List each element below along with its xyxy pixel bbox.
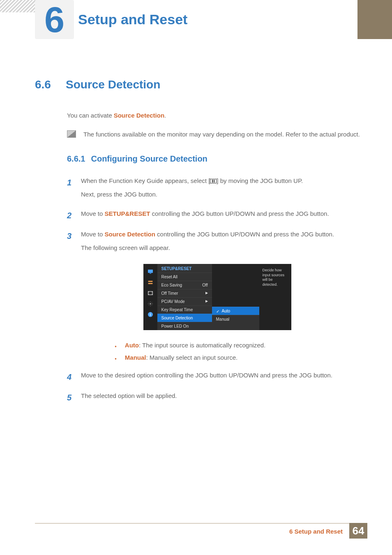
check-icon [216,309,220,313]
svg-rect-0 [148,270,153,273]
section-title: Source Detection [66,78,160,91]
note-icon [67,130,76,138]
header-stripes [0,0,37,12]
osd-nav-icons [143,264,157,330]
svg-point-5 [150,303,151,305]
step-3: 3 Move to Source Detection controlling t… [67,229,367,256]
step-2: 2 Move to SETUP&RESET controlling the JO… [67,208,367,223]
footer-label: 6 Setup and Reset [289,528,343,535]
osd-row-led: Power LED On [157,322,212,330]
svg-rect-1 [150,273,151,273]
intro-keyword: Source Detection [114,112,164,119]
steps-list: 1 When the Function Key Guide appears, s… [67,175,367,405]
size-icon [143,288,157,298]
step-keyword: Source Detection [105,231,155,238]
option-manual: ● Manual: Manually select an input sourc… [115,352,367,364]
subsection-title: Configuring Source Detection [91,154,207,164]
osd-submenu-manual: Manual [212,315,259,323]
chapter-title: Setup and Reset [78,12,187,28]
gear-icon [143,298,157,309]
subsection-number: 6.6.1 [67,154,85,164]
osd-row-pcav: PC/AV Mode▶ [157,297,212,305]
intro-text: You can activate Source Detection. [67,112,367,119]
chapter-number-badge: 6 [35,0,74,39]
page-number: 64 [349,523,367,539]
content-area: 6.6 Source Detection You can activate So… [35,78,367,411]
input-icon [143,277,157,288]
svg-rect-2 [148,281,152,282]
bullet-icon: ● [115,356,117,364]
step-keyword: SETUP&RESET [105,210,150,217]
chevron-right-icon: ▶ [205,291,208,296]
svg-rect-8 [150,313,150,313]
option-keyword: Auto [125,342,139,349]
section-heading: 6.6 Source Detection [35,78,367,91]
page-footer: 6 Setup and Reset 64 [35,523,367,539]
option-auto: ● Auto: The input source is automaticall… [115,339,367,352]
note-row: The functions available on the monitor m… [67,130,367,138]
osd-row-source-detection: Source Detection [157,314,212,322]
monitor-icon [143,266,157,277]
osd-tip: Decide how input sources will be detecte… [259,264,291,330]
osd-row-krt: Key Repeat Time [157,305,212,314]
bullet-icon: ● [115,343,117,352]
note-text: The functions available on the monitor m… [83,131,360,138]
osd-row-eco: Eco SavingOff [157,281,212,289]
step-number: 4 [67,370,74,384]
options-list: ● Auto: The input source is automaticall… [115,339,367,364]
step-number: 1 [67,175,74,202]
section-number: 6.6 [35,78,58,91]
step-number: 2 [67,208,74,223]
step-number: 5 [67,390,74,405]
subsection-heading: 6.6.1 Configuring Source Detection [67,154,367,164]
header-box: 6 Setup and Reset [37,0,357,39]
osd-submenu: Auto Manual [212,307,259,330]
chevron-right-icon: ▶ [205,299,208,304]
svg-rect-3 [148,283,152,284]
svg-rect-7 [150,314,150,316]
step-1: 1 When the Function Key Guide appears, s… [67,175,367,202]
step-4: 4 Move to the desired option controlling… [67,370,367,384]
menu-icon [210,179,217,183]
osd-row-timer: Off Timer▶ [157,289,212,297]
osd-screenshot: SETUP&RESET Reset All Eco SavingOff Off … [143,264,291,330]
step-number: 3 [67,229,74,256]
step-5: 5 The selected option will be applied. [67,390,367,405]
info-icon [143,309,157,320]
osd-title: SETUP&RESET [157,264,212,273]
option-keyword: Manual [125,354,146,361]
osd-menu: SETUP&RESET Reset All Eco SavingOff Off … [157,264,212,330]
osd-submenu-auto: Auto [212,307,259,315]
osd-row-reset: Reset All [157,273,212,281]
